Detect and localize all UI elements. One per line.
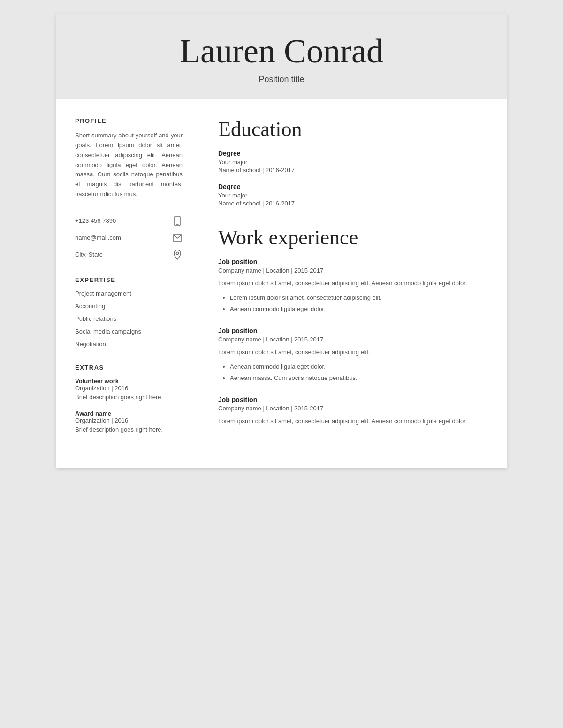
work-description: Lorem ipsum dolor sit amet, consectetuer… <box>218 417 483 426</box>
edu-major: Your major <box>218 192 483 199</box>
location-icon <box>172 250 183 260</box>
resume-name: Lauren Conrad <box>66 33 497 70</box>
extras-entry: Volunteer workOrganization | 2016Brief d… <box>75 378 183 401</box>
profile-section: PROFILE Short summary about yourself and… <box>75 117 183 199</box>
education-list: DegreeYour majorName of school | 2016-20… <box>218 150 483 207</box>
work-company: Company name | Location | 2015-2017 <box>218 336 483 343</box>
contact-email: name@mail.com <box>75 233 183 243</box>
contact-location: City, State <box>75 250 183 260</box>
edu-degree: Degree <box>218 150 483 157</box>
education-heading: Education <box>218 117 483 141</box>
work-company: Company name | Location | 2015-2017 <box>218 405 483 412</box>
edu-degree: Degree <box>218 183 483 190</box>
work-experience-section: Work experience Job positionCompany name… <box>218 226 483 426</box>
education-section: Education DegreeYour majorName of school… <box>218 117 483 207</box>
contact-section: +123 456 7890 name@mail.com <box>75 216 183 260</box>
profile-section-title: PROFILE <box>75 117 183 124</box>
extras-section: EXTRAS Volunteer workOrganization | 2016… <box>75 364 183 433</box>
work-company: Company name | Location | 2015-2017 <box>218 267 483 274</box>
extras-section-title: EXTRAS <box>75 364 183 371</box>
edu-major: Your major <box>218 159 483 166</box>
work-bullet-item: Aenean commodo ligula eget dolor. <box>230 362 483 372</box>
extras-entry-subtitle: Organization | 2016 <box>75 417 183 424</box>
work-entry: Job positionCompany name | Location | 20… <box>218 396 483 426</box>
resume-page: Lauren Conrad Position title PROFILE Sho… <box>56 14 507 468</box>
email-text: name@mail.com <box>75 234 121 241</box>
work-position: Job position <box>218 396 483 403</box>
work-entry: Job positionCompany name | Location | 20… <box>218 327 483 383</box>
work-bullet-item: Lorem ipsum dolor sit amet, consectetuer… <box>230 293 483 303</box>
extras-entry-desc: Brief description goes right here. <box>75 394 183 401</box>
extras-entry-title: Volunteer work <box>75 378 183 385</box>
edu-school: Name of school | 2016-2017 <box>218 167 483 174</box>
location-text: City, State <box>75 251 103 258</box>
education-entry: DegreeYour majorName of school | 2016-20… <box>218 183 483 207</box>
contact-phone: +123 456 7890 <box>75 216 183 226</box>
work-bullet-item: Aenean commodo ligula eget dolor. <box>230 304 483 314</box>
extras-entry-desc: Brief description goes right here. <box>75 426 183 433</box>
expertise-section: EXPERTISE Project managementAccountingPu… <box>75 276 183 348</box>
work-bullet-item: Aenean massa. Cum sociis natoque penatib… <box>230 373 483 383</box>
phone-icon <box>172 216 183 226</box>
extras-list: Volunteer workOrganization | 2016Brief d… <box>75 378 183 433</box>
work-entry: Job positionCompany name | Location | 20… <box>218 258 483 314</box>
profile-text: Short summary about yourself and your go… <box>75 131 183 199</box>
expertise-list: Project managementAccountingPublic relat… <box>75 290 183 348</box>
expertise-item: Public relations <box>75 315 183 322</box>
expertise-item: Social media campaigns <box>75 328 183 335</box>
edu-school: Name of school | 2016-2017 <box>218 200 483 207</box>
resume-body: PROFILE Short summary about yourself and… <box>56 99 507 468</box>
work-bullets: Lorem ipsum dolor sit amet, consectetuer… <box>221 293 483 314</box>
expertise-item: Accounting <box>75 303 183 310</box>
work-position: Job position <box>218 258 483 265</box>
email-icon <box>172 233 183 243</box>
extras-entry-title: Award name <box>75 410 183 417</box>
svg-point-3 <box>176 252 179 254</box>
expertise-section-title: EXPERTISE <box>75 276 183 283</box>
work-experience-heading: Work experience <box>218 226 483 250</box>
work-description: Lorem ipsum dolor sit amet, consectetuer… <box>218 348 483 357</box>
resume-position-title: Position title <box>66 75 497 84</box>
education-entry: DegreeYour majorName of school | 2016-20… <box>218 150 483 174</box>
expertise-item: Negotiation <box>75 341 183 348</box>
work-bullets: Aenean commodo ligula eget dolor.Aenean … <box>221 362 483 383</box>
main-content: Education DegreeYour majorName of school… <box>197 99 507 468</box>
work-list: Job positionCompany name | Location | 20… <box>218 258 483 426</box>
phone-text: +123 456 7890 <box>75 217 116 224</box>
extras-entry: Award nameOrganization | 2016Brief descr… <box>75 410 183 433</box>
expertise-item: Project management <box>75 290 183 297</box>
resume-header: Lauren Conrad Position title <box>56 14 507 99</box>
sidebar: PROFILE Short summary about yourself and… <box>56 99 197 468</box>
work-position: Job position <box>218 327 483 334</box>
extras-entry-subtitle: Organization | 2016 <box>75 385 183 392</box>
work-description: Lorem ipsum dolor sit amet, consectetuer… <box>218 279 483 288</box>
